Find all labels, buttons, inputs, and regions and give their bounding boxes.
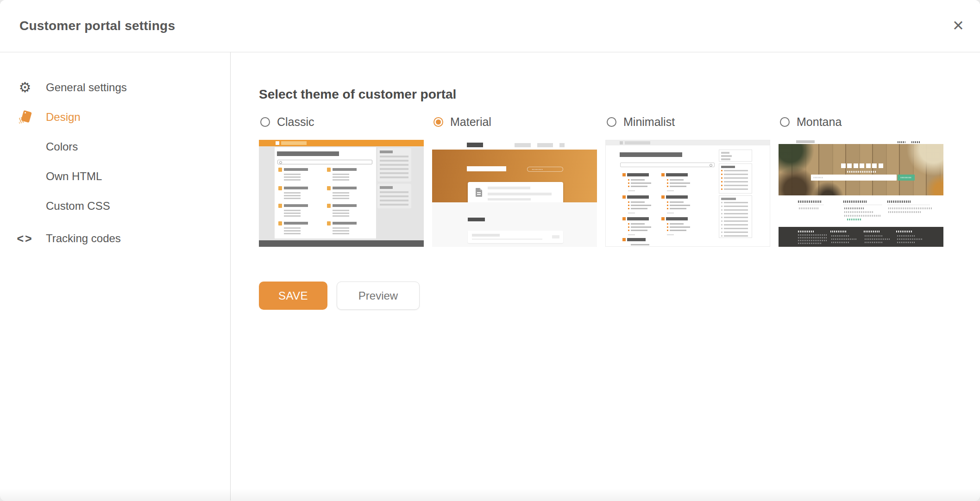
classic-thumb-widget xyxy=(377,148,411,182)
montana-thumb-title-blocks xyxy=(841,163,884,168)
montana-thumb-search xyxy=(811,175,897,181)
minimalist-thumb-search xyxy=(620,163,715,167)
classic-thumb-search xyxy=(277,160,372,164)
theme-option-montana: Montana xyxy=(779,116,943,247)
design-settings-panel: Select theme of customer portal Classic xyxy=(231,52,980,501)
form-actions: SAVE Preview xyxy=(259,282,980,310)
material-thumb-section xyxy=(432,202,597,247)
material-thumb-navbar xyxy=(432,140,597,150)
close-button[interactable]: ✕ xyxy=(947,14,970,38)
sidebar-item-general-settings[interactable]: ⚙ General settings xyxy=(0,73,230,102)
theme-thumbnail-montana[interactable] xyxy=(779,140,943,247)
radio-montana-icon[interactable] xyxy=(780,117,790,127)
sidebar-item-label: Design xyxy=(46,111,81,123)
radio-minimalist-icon[interactable] xyxy=(607,117,616,127)
montana-thumb-links-section xyxy=(779,195,943,227)
minimalist-thumb-topbar xyxy=(606,140,770,145)
theme-label: Classic xyxy=(277,115,314,129)
montana-thumb-footer xyxy=(779,227,943,247)
classic-thumb-topbar xyxy=(259,140,424,146)
sidebar-item-own-html[interactable]: Own HTML xyxy=(0,162,230,191)
montana-thumb-navbar xyxy=(779,140,943,144)
dialog-header: Customer portal settings ✕ xyxy=(0,0,980,52)
design-swatch-icon xyxy=(18,102,32,132)
theme-radio-montana[interactable]: Montana xyxy=(779,116,943,128)
document-icon xyxy=(476,188,482,197)
minimalist-thumb-widget xyxy=(719,150,752,162)
theme-options: Classic xyxy=(259,116,980,247)
theme-label: Minimalist xyxy=(623,115,675,129)
dialog-body: ⚙ General settings Design Colors Own HTM… xyxy=(0,52,980,501)
montana-thumb-hero-photo xyxy=(779,144,943,195)
customer-portal-settings-dialog: Customer portal settings ✕ ⚙ General set… xyxy=(0,0,980,501)
theme-radio-minimalist[interactable]: Minimalist xyxy=(605,116,770,128)
theme-label: Montana xyxy=(797,115,842,129)
save-button[interactable]: SAVE xyxy=(259,282,327,310)
classic-thumb-panel xyxy=(275,147,376,238)
theme-thumbnail-classic[interactable] xyxy=(259,140,424,247)
classic-thumb-title-bar xyxy=(277,151,339,156)
sidebar-item-label: General settings xyxy=(46,81,127,94)
minimalist-thumb-widget xyxy=(719,163,752,194)
theme-option-material: Material xyxy=(432,116,597,247)
sidebar-item-label: Colors xyxy=(46,140,78,153)
sidebar-item-label: Own HTML xyxy=(46,170,102,182)
sidebar-item-label: Tracking codes xyxy=(46,232,121,244)
theme-option-classic: Classic xyxy=(259,116,424,247)
page-title: Customer portal settings xyxy=(19,19,175,33)
montana-thumb-search-button xyxy=(898,175,915,181)
gear-icon: ⚙ xyxy=(18,73,32,102)
theme-label: Material xyxy=(450,115,491,129)
material-thumb-search xyxy=(527,167,563,172)
minimalist-thumb-widget xyxy=(719,195,752,238)
sidebar-item-colors[interactable]: Colors xyxy=(0,132,230,162)
code-icon: <> xyxy=(18,224,32,253)
classic-thumb-widget xyxy=(377,184,411,208)
sidebar-item-label: Custom CSS xyxy=(46,200,110,212)
classic-thumb-footer xyxy=(259,240,424,247)
theme-radio-material[interactable]: Material xyxy=(432,116,597,128)
theme-thumbnail-material[interactable] xyxy=(432,140,597,247)
radio-classic-icon[interactable] xyxy=(260,117,270,127)
section-heading: Select theme of customer portal xyxy=(259,88,980,101)
preview-button[interactable]: Preview xyxy=(337,282,420,310)
minimalist-thumb-title-bar xyxy=(620,152,682,157)
sidebar-nav: ⚙ General settings Design Colors Own HTM… xyxy=(0,73,230,253)
theme-thumbnail-minimalist[interactable] xyxy=(605,140,770,247)
theme-option-minimalist: Minimalist xyxy=(605,116,770,247)
radio-material-icon[interactable] xyxy=(433,117,443,127)
sidebar-item-custom-css[interactable]: Custom CSS xyxy=(0,191,230,221)
sidebar-item-tracking-codes[interactable]: <> Tracking codes xyxy=(0,224,230,253)
sidebar-item-design[interactable]: Design xyxy=(0,102,230,132)
settings-sidebar: ⚙ General settings Design Colors Own HTM… xyxy=(0,52,231,501)
theme-radio-classic[interactable]: Classic xyxy=(259,116,424,128)
